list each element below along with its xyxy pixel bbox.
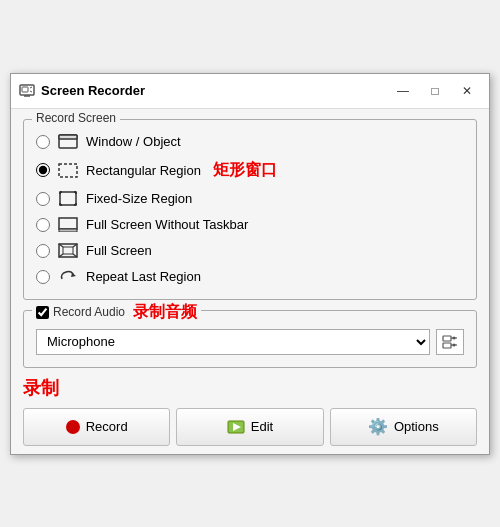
title-left: Screen Recorder xyxy=(19,83,145,99)
options-button[interactable]: ⚙️ Options xyxy=(330,408,477,446)
window-object-icon xyxy=(58,134,78,150)
title-text: Screen Recorder xyxy=(41,83,145,98)
record-dot-icon xyxy=(66,420,80,434)
rectangular-region-annotation: 矩形窗口 xyxy=(213,160,277,181)
microphone-dropdown[interactable]: Microphone System Audio Both xyxy=(36,329,430,355)
fullscreen-no-taskbar-icon xyxy=(58,217,78,233)
app-icon xyxy=(19,83,35,99)
audio-annotation: 录制音频 xyxy=(133,302,197,323)
radio-repeat-last-label: Repeat Last Region xyxy=(86,269,201,284)
maximize-button[interactable]: □ xyxy=(421,80,449,102)
close-button[interactable]: ✕ xyxy=(453,80,481,102)
record-screen-group: Record Screen Window / Object xyxy=(23,119,477,300)
edit-button[interactable]: Edit xyxy=(176,408,323,446)
edit-button-label: Edit xyxy=(251,419,273,434)
svg-rect-8 xyxy=(60,192,76,205)
fullscreen-icon xyxy=(58,243,78,259)
audio-group-label-container: Record Audio 录制音频 xyxy=(32,302,201,323)
radio-repeat-last-input[interactable] xyxy=(36,270,50,284)
record-audio-label: Record Audio xyxy=(53,305,125,319)
audio-settings-icon xyxy=(442,334,458,350)
main-content: Record Screen Window / Object xyxy=(11,109,489,454)
svg-rect-6 xyxy=(59,135,77,139)
record-screen-label: Record Screen xyxy=(32,111,120,125)
options-button-label: Options xyxy=(394,419,439,434)
svg-rect-29 xyxy=(443,343,451,348)
radio-fullscreen-no-taskbar-label: Full Screen Without Taskbar xyxy=(86,217,248,232)
record-button[interactable]: Record xyxy=(23,408,170,446)
svg-point-31 xyxy=(453,343,456,346)
svg-rect-26 xyxy=(443,336,451,341)
toolbar: Record Edit ⚙️ Options xyxy=(23,404,477,446)
radio-rectangular-region[interactable]: Rectangular Region 矩形窗口 xyxy=(36,158,464,183)
radio-fullscreen[interactable]: Full Screen xyxy=(36,241,464,261)
radio-fullscreen-label: Full Screen xyxy=(86,243,152,258)
svg-rect-24 xyxy=(63,247,73,254)
svg-rect-7 xyxy=(59,164,77,177)
svg-rect-1 xyxy=(22,87,28,92)
record-button-label: Record xyxy=(86,419,128,434)
radio-window-object[interactable]: Window / Object xyxy=(36,132,464,152)
radio-group: Window / Object Rectangular Region 矩形窗口 xyxy=(36,132,464,287)
svg-line-3 xyxy=(30,91,32,92)
svg-rect-17 xyxy=(59,218,77,229)
radio-fixed-size[interactable]: Fixed-Size Region xyxy=(36,189,464,209)
radio-fullscreen-no-taskbar-input[interactable] xyxy=(36,218,50,232)
radio-fullscreen-input[interactable] xyxy=(36,244,50,258)
radio-rectangular-region-label: Rectangular Region xyxy=(86,163,201,178)
radio-fullscreen-no-taskbar[interactable]: Full Screen Without Taskbar xyxy=(36,215,464,235)
radio-window-object-input[interactable] xyxy=(36,135,50,149)
repeat-last-icon xyxy=(58,269,78,285)
record-audio-checkbox[interactable] xyxy=(36,306,49,319)
audio-dropdown-row: Microphone System Audio Both xyxy=(36,329,464,355)
minimize-button[interactable]: — xyxy=(389,80,417,102)
screen-recorder-window: Screen Recorder — □ ✕ Record Screen xyxy=(10,73,490,455)
audio-settings-button[interactable] xyxy=(436,329,464,355)
radio-repeat-last[interactable]: Repeat Last Region xyxy=(36,267,464,287)
svg-rect-18 xyxy=(59,229,77,232)
radio-window-object-label: Window / Object xyxy=(86,134,181,149)
edit-icon xyxy=(227,420,245,434)
radio-fixed-size-label: Fixed-Size Region xyxy=(86,191,192,206)
svg-line-2 xyxy=(30,87,32,88)
rectangular-region-icon xyxy=(58,162,78,178)
record-audio-group: Record Audio 录制音频 Microphone System Audi… xyxy=(23,310,477,368)
fixed-size-icon xyxy=(58,191,78,207)
radio-rectangular-region-input[interactable] xyxy=(36,163,50,177)
bottom-annotation: 录制 xyxy=(23,376,477,400)
options-gear-icon: ⚙️ xyxy=(368,417,388,436)
svg-point-28 xyxy=(453,336,456,339)
title-bar: Screen Recorder — □ ✕ xyxy=(11,74,489,109)
radio-fixed-size-input[interactable] xyxy=(36,192,50,206)
title-controls: — □ ✕ xyxy=(389,80,481,102)
